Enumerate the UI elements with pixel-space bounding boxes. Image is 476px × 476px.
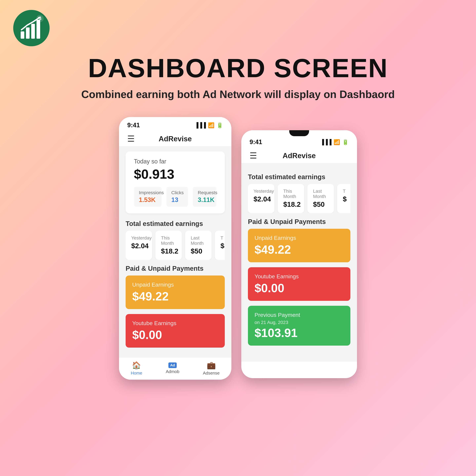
- phone1-bottom-nav: 🏠 Home Ad Admob 💼 Adsense: [119, 357, 231, 380]
- page-subtitle: Combined earning both Ad Network will di…: [81, 88, 395, 101]
- hamburger-icon-2[interactable]: ☰: [250, 151, 257, 160]
- nav-admob[interactable]: Ad Admob: [166, 362, 179, 374]
- phone2-total-earnings-label: Total estimated earnings: [248, 173, 350, 181]
- admob-icon: Ad: [169, 362, 176, 368]
- phone2-previous-sublabel: on 21 Aug, 2023: [255, 320, 344, 325]
- phone2-app-bar: ☰ AdRevise: [241, 148, 357, 163]
- phone1-youtube-value: $0.00: [132, 328, 218, 342]
- nav-admob-label: Admob: [166, 369, 179, 374]
- earnings-yesterday: Yesterday $2.04: [126, 231, 152, 260]
- adsense-icon: 💼: [207, 361, 216, 370]
- app-logo: $: [13, 10, 50, 46]
- svg-rect-3: [36, 20, 40, 39]
- phone2-youtube-label: Youtube Earnings: [255, 273, 344, 280]
- stat-requests: Requests 3.11K: [193, 187, 217, 207]
- phone2-time: 9:41: [250, 138, 262, 146]
- nav-adsense-label: Adsense: [203, 371, 220, 376]
- phone2-earnings-row: Yesterday $2.04 This Month $18.2 Last Mo…: [248, 184, 350, 213]
- svg-rect-1: [26, 27, 30, 39]
- phone2-unpaid-value: $49.22: [255, 243, 344, 256]
- today-card: Today so far $0.913 Impressions 1.53K Cl…: [126, 151, 225, 213]
- phone1-status-bar: 9:41 ▐▐▐ 📶 🔋: [119, 117, 231, 131]
- phone1-unpaid-card: Unpaid Earnings $49.22: [126, 275, 225, 309]
- phone1-earnings-row: Yesterday $2.04 This Month $18.2 Last Mo…: [126, 231, 225, 260]
- wifi-icon: 📶: [208, 122, 215, 128]
- p2-earnings-extra: T $: [337, 184, 350, 213]
- stats-row: Impressions 1.53K Clicks 13 Requests 3.1…: [134, 187, 217, 207]
- phone1-payments-label: Paid & Unpaid Payments: [126, 265, 225, 272]
- phones-container: 9:41 ▐▐▐ 📶 🔋 ☰ AdRevise Today so far $0.…: [119, 117, 357, 380]
- phone1-unpaid-value: $49.22: [132, 289, 218, 303]
- page-title: DASHBOARD SCREEN: [88, 53, 388, 83]
- p2-earnings-this-month: This Month $18.2: [278, 184, 304, 213]
- phone1-total-earnings-label: Total estimated earnings: [126, 220, 225, 227]
- phone2-youtube-value: $0.00: [255, 281, 344, 295]
- stat-clicks: Clicks 13: [167, 187, 188, 207]
- battery-icon: 🔋: [217, 122, 223, 128]
- stat-clicks-value: 13: [171, 196, 183, 204]
- hamburger-icon[interactable]: ☰: [127, 134, 135, 144]
- earnings-extra: T $: [215, 231, 225, 260]
- svg-rect-0: [21, 31, 24, 39]
- stat-clicks-label: Clicks: [171, 190, 183, 195]
- signal-icon: ▐▐▐: [195, 122, 206, 128]
- battery-icon-2: 🔋: [342, 139, 349, 145]
- signal-icon-2: ▐▐▐: [320, 139, 332, 145]
- nav-home[interactable]: 🏠 Home: [131, 361, 142, 376]
- phone2-previous-value: $103.91: [255, 326, 344, 340]
- phone1-unpaid-label: Unpaid Earnings: [132, 281, 218, 288]
- phone2-unpaid-label: Unpaid Earnings: [255, 235, 344, 241]
- stat-requests-label: Requests: [198, 190, 212, 195]
- phone1-youtube-label: Youtube Earnings: [132, 320, 218, 326]
- phone2-content: Total estimated earnings Yesterday $2.04…: [241, 163, 357, 362]
- nav-adsense[interactable]: 💼 Adsense: [203, 361, 220, 376]
- svg-text:$: $: [39, 16, 41, 21]
- wifi-icon-2: 📶: [334, 139, 340, 145]
- today-label: Today so far: [134, 158, 217, 165]
- stat-requests-value: 3.11K: [198, 196, 212, 204]
- phone1-app-bar: ☰ AdRevise: [119, 131, 231, 146]
- stat-impressions-label: Impressions: [139, 190, 156, 195]
- phone1-content: Today so far $0.913 Impressions 1.53K Cl…: [119, 146, 231, 357]
- earnings-this-month: This Month $18.2: [155, 231, 182, 260]
- phone2-youtube-card: Youtube Earnings $0.00: [248, 267, 350, 301]
- p2-earnings-last-month: Last Month $50: [307, 184, 334, 213]
- phone2-previous-label: Previous Payment: [255, 312, 344, 318]
- svg-rect-2: [31, 24, 35, 39]
- phone-2: 9:41 ▐▐▐ 📶 🔋 ☰ AdRevise Total estimated …: [241, 130, 357, 378]
- phone2-unpaid-card: Unpaid Earnings $49.22: [248, 229, 350, 262]
- earnings-last-month: Last Month $50: [185, 231, 212, 260]
- p2-earnings-yesterday: Yesterday $2.04: [248, 184, 274, 213]
- phone2-app-title: AdRevise: [283, 152, 316, 160]
- phone2-status-icons: ▐▐▐ 📶 🔋: [320, 139, 349, 145]
- phone2-payments-label: Paid & Unpaid Payments: [248, 218, 350, 225]
- phone2-notch: [289, 130, 309, 136]
- home-icon: 🏠: [132, 361, 141, 370]
- phone1-status-icons: ▐▐▐ 📶 🔋: [195, 122, 223, 128]
- phone1-youtube-card: Youtube Earnings $0.00: [126, 314, 225, 348]
- phone1-app-title: AdRevise: [159, 135, 192, 143]
- phone-1: 9:41 ▐▐▐ 📶 🔋 ☰ AdRevise Today so far $0.…: [119, 117, 231, 380]
- stat-impressions-value: 1.53K: [139, 196, 156, 204]
- phone1-time: 9:41: [127, 122, 140, 129]
- nav-home-label: Home: [131, 371, 142, 376]
- phone2-previous-card: Previous Payment on 21 Aug, 2023 $103.91: [248, 306, 350, 346]
- stat-impressions: Impressions 1.53K: [134, 187, 161, 207]
- today-amount: $0.913: [134, 167, 217, 182]
